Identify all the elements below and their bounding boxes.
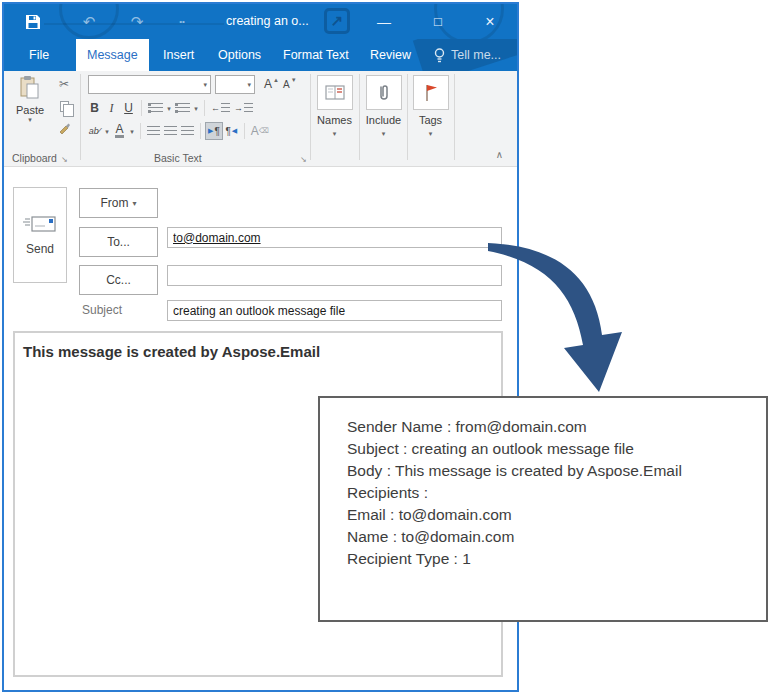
paste-dropdown-icon: ▾ — [28, 116, 32, 123]
basic-text-group-label: Basic Text — [154, 152, 202, 164]
flag-icon — [413, 75, 449, 110]
callout-line: Sender Name : from@domain.com — [347, 416, 756, 438]
tab-message[interactable]: Message — [76, 39, 149, 71]
font-color-icon[interactable]: A — [111, 122, 128, 140]
to-button[interactable]: To... — [79, 227, 158, 257]
cc-button[interactable]: Cc... — [79, 265, 158, 295]
tab-review[interactable]: Review — [359, 39, 422, 71]
to-input[interactable] — [167, 227, 502, 248]
message-properties-callout: Sender Name : from@domain.com Subject : … — [318, 396, 768, 622]
clipboard-dialog-launcher-icon[interactable]: ↘ — [61, 155, 68, 164]
group-separator — [454, 74, 455, 160]
numbered-list-dropdown-icon[interactable]: ▾ — [192, 99, 200, 117]
highlight-icon[interactable]: ab⁄ — [86, 122, 103, 140]
callout-line: Email : to@domain.com — [347, 504, 756, 526]
save-icon[interactable] — [18, 4, 48, 39]
rtl-direction-icon[interactable]: ¶◀ — [223, 122, 240, 140]
collapse-ribbon-icon[interactable]: ∧ — [496, 149, 503, 160]
callout-line: Recipient Type : 1 — [347, 548, 756, 570]
tags-label: Tags — [412, 114, 449, 126]
from-dropdown-icon: ▾ — [132, 200, 136, 207]
names-button[interactable]: Names ▾ — [316, 75, 353, 137]
tags-dropdown-icon: ▾ — [412, 130, 449, 137]
clear-formatting-icon[interactable]: A⌫ — [249, 122, 271, 140]
align-right-icon[interactable] — [179, 122, 196, 140]
group-separator — [80, 74, 81, 160]
callout-line: Subject : creating an outlook message fi… — [347, 438, 756, 460]
cc-input[interactable] — [167, 265, 502, 286]
window-title: creating an o... — [226, 4, 309, 39]
increase-indent-icon[interactable]: → — [232, 99, 255, 117]
tab-format-text[interactable]: Format Text — [272, 39, 360, 71]
customize-qat-icon[interactable]: •• — [167, 4, 197, 39]
paste-label: Paste — [16, 104, 44, 116]
tab-options[interactable]: Options — [207, 39, 272, 71]
from-button[interactable]: From ▾ — [79, 188, 158, 218]
bullet-list-icon[interactable] — [146, 99, 165, 117]
address-book-icon — [317, 75, 353, 110]
align-center-icon[interactable] — [162, 122, 179, 140]
send-label: Send — [26, 242, 54, 256]
tags-button[interactable]: Tags ▾ — [412, 75, 449, 137]
font-scale-buttons: A▲ A▼ — [262, 75, 299, 93]
tab-insert[interactable]: Insert — [152, 39, 205, 71]
bold-icon[interactable]: B — [86, 99, 103, 117]
font-name-combo[interactable]: ▾ — [88, 75, 211, 94]
undo-icon[interactable]: ↶ — [74, 4, 104, 39]
callout-line: Recipients : — [347, 482, 756, 504]
names-label: Names — [316, 114, 353, 126]
underline-icon[interactable]: U — [120, 99, 137, 117]
copy-icon[interactable] — [54, 97, 74, 115]
font-color-dropdown-icon[interactable]: ▾ — [128, 122, 136, 140]
title-bar: ↶ ↷ •• creating an o... ↗ — □ × — [4, 4, 517, 39]
group-separator — [407, 74, 408, 160]
font-size-combo[interactable]: ▾ — [215, 75, 255, 94]
paste-button[interactable]: Paste ▾ — [10, 75, 50, 147]
decrease-indent-icon[interactable]: ← — [209, 99, 232, 117]
tab-file[interactable]: File — [18, 39, 60, 71]
paperclip-icon — [366, 75, 402, 110]
lightbulb-icon — [433, 47, 446, 63]
send-envelope-icon — [23, 214, 57, 234]
group-separator — [310, 74, 311, 160]
bullet-list-dropdown-icon[interactable]: ▾ — [165, 99, 173, 117]
format-painter-icon[interactable] — [54, 119, 74, 137]
font-size-dropdown-icon: ▾ — [247, 81, 251, 88]
include-dropdown-icon: ▾ — [365, 130, 402, 137]
tell-me-label: Tell me... — [451, 39, 501, 71]
names-dropdown-icon: ▾ — [316, 130, 353, 137]
clipboard-icon — [19, 75, 41, 101]
message-body-text: This message is created by Aspose.Email — [23, 343, 320, 360]
subject-input[interactable] — [167, 300, 502, 321]
basic-text-dialog-launcher-icon[interactable]: ↘ — [296, 152, 307, 164]
minimize-button[interactable]: — — [367, 4, 401, 39]
shrink-font-icon[interactable]: A▼ — [281, 75, 299, 93]
grow-font-icon[interactable]: A▲ — [262, 75, 281, 93]
screenshot-stage: ↶ ↷ •• creating an o... ↗ — □ × File Mes… — [0, 0, 773, 697]
tab-tell-me[interactable]: Tell me... — [422, 39, 512, 71]
numbered-list-icon[interactable] — [173, 99, 192, 117]
subject-label: Subject — [82, 303, 122, 317]
font-name-dropdown-icon: ▾ — [203, 81, 207, 88]
cut-icon[interactable]: ✂ — [54, 75, 74, 93]
redo-icon[interactable]: ↷ — [122, 4, 152, 39]
clipboard-group-label: Clipboard↘ — [12, 152, 68, 164]
align-left-icon[interactable] — [145, 122, 162, 140]
include-button[interactable]: Include ▾ — [365, 75, 402, 137]
include-label: Include — [365, 114, 402, 126]
paragraph-row: ab⁄ ▾ A ▾ ▶¶ ¶◀ A⌫ — [86, 122, 271, 140]
ribbon: Paste ▾ ✂ Clipboard↘ ▾ — [4, 71, 517, 167]
font-style-row: B I U ▾ ▾ ← → — [86, 99, 255, 117]
callout-line: Body : This message is created by Aspose… — [347, 460, 756, 482]
clipboard-small-buttons: ✂ — [52, 75, 76, 137]
popout-artwork-icon: ↗ — [324, 8, 350, 34]
close-button[interactable]: × — [473, 4, 507, 39]
highlight-dropdown-icon[interactable]: ▾ — [103, 122, 111, 140]
ltr-direction-icon[interactable]: ▶¶ — [205, 122, 223, 140]
maximize-button[interactable]: □ — [421, 4, 455, 39]
callout-line: Name : to@domain.com — [347, 526, 756, 548]
group-separator — [359, 74, 360, 160]
italic-icon[interactable]: I — [103, 99, 120, 117]
send-button[interactable]: Send — [13, 187, 67, 283]
ribbon-tab-bar: File Message Insert Options Format Text … — [4, 39, 517, 71]
